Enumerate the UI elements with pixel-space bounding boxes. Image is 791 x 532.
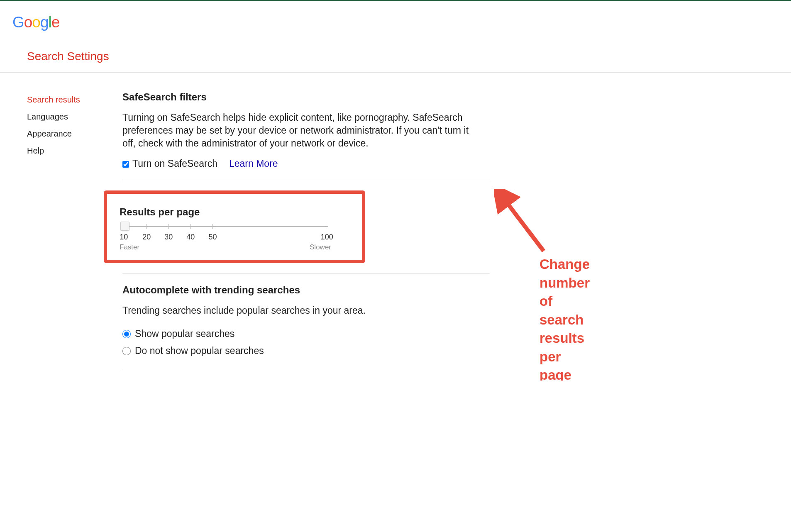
annotation-arrow-icon xyxy=(494,189,552,259)
slider-tick-50: 50 xyxy=(208,233,217,242)
sidebar-item-appearance[interactable]: Appearance xyxy=(27,125,122,142)
slider-tick-40: 40 xyxy=(186,233,195,242)
autocomplete-hide-label: Do not show popular searches xyxy=(135,345,264,356)
safesearch-section: SafeSearch filters Turning on SafeSearch… xyxy=(122,91,490,180)
slider-tick-20: 20 xyxy=(142,233,151,242)
results-slider-track[interactable] xyxy=(125,226,328,227)
slider-faster-label: Faster xyxy=(120,243,139,251)
autocomplete-title: Autocomplete with trending searches xyxy=(122,284,490,296)
sidebar-item-search-results[interactable]: Search results xyxy=(27,91,122,108)
annotation-text: Change number of search results per page xyxy=(540,255,590,381)
safesearch-title: SafeSearch filters xyxy=(122,91,490,103)
autocomplete-show-radio[interactable] xyxy=(122,330,131,338)
results-per-page-title: Results per page xyxy=(120,206,354,218)
main-content: SafeSearch filters Turning on SafeSearch… xyxy=(122,91,496,381)
svg-line-1 xyxy=(504,199,544,251)
safesearch-learn-more-link[interactable]: Learn More xyxy=(229,158,278,169)
sidebar-item-languages[interactable]: Languages xyxy=(27,108,122,125)
autocomplete-hide-radio[interactable] xyxy=(122,347,131,355)
slider-tick-100: 100 xyxy=(321,233,333,242)
slider-slower-label: Slower xyxy=(310,243,331,251)
slider-tick-10: 10 xyxy=(120,233,128,242)
autocomplete-desc: Trending searches include popular search… xyxy=(122,304,483,317)
page-title: Search Settings xyxy=(0,37,791,72)
slider-tick-30: 30 xyxy=(164,233,173,242)
safesearch-desc: Turning on SafeSearch helps hide explici… xyxy=(122,111,483,150)
autocomplete-show-label: Show popular searches xyxy=(135,328,234,339)
results-slider-handle[interactable] xyxy=(120,222,129,231)
header: Google xyxy=(0,1,791,37)
safesearch-checkbox[interactable] xyxy=(122,161,129,168)
google-logo[interactable]: Google xyxy=(12,14,779,31)
section-divider xyxy=(122,273,490,274)
safesearch-checkbox-label: Turn on SafeSearch xyxy=(132,158,217,169)
results-per-page-section: Results per page 10 xyxy=(120,206,354,251)
annotation-highlight-box: Results per page 10 xyxy=(104,190,365,263)
autocomplete-section: Autocomplete with trending searches Tren… xyxy=(122,284,490,370)
sidebar-item-help[interactable]: Help xyxy=(27,142,122,159)
